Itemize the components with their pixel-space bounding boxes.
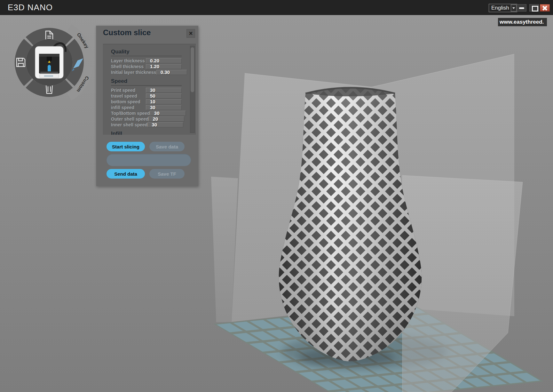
layer-thickness-field[interactable]: 0.20 <box>146 58 182 63</box>
section-header-quality: Quality <box>111 48 182 55</box>
param-row: Top/Bottom speed 30 <box>111 110 182 116</box>
maximize-button[interactable] <box>529 4 539 12</box>
save-tf-button[interactable]: Save TF <box>149 169 185 179</box>
param-row: bottom speed 10 <box>111 99 182 105</box>
language-selected-value: English <box>489 5 511 11</box>
scrollbar-thumb[interactable] <box>191 47 194 92</box>
param-label: travel speed <box>111 93 146 99</box>
top-bottom-speed-field[interactable]: 30 <box>150 111 186 116</box>
param-row: infill speed 30 <box>111 105 182 110</box>
outer-shell-speed-field[interactable]: 20 <box>148 116 184 122</box>
param-row: Inner shell speed 30 <box>111 122 182 128</box>
slice-parameters-panel: Quality Layer thickness 0.20 Shell thick… <box>103 44 196 135</box>
param-row: Layer thickness 0.20 <box>111 58 182 64</box>
param-label: bottom speed <box>111 99 146 104</box>
shell-thickness-field[interactable]: 1.20 <box>146 64 182 69</box>
dialog-title: Custom slice <box>103 28 151 37</box>
param-row: Print speed 30 <box>111 87 182 93</box>
param-label: Layer thickness <box>111 58 146 63</box>
app-window: Onekey Custom <box>0 0 553 392</box>
param-row: Initial layer thickness 0.30 <box>111 69 182 75</box>
slicing-progress-bar <box>107 154 191 166</box>
minimize-button[interactable] <box>517 4 526 12</box>
section-header-speed: Speed <box>111 78 182 84</box>
app-title: E3D NANO <box>8 3 53 12</box>
save-data-button[interactable]: Save data <box>149 142 185 151</box>
maximize-icon <box>532 6 538 12</box>
infill-speed-field[interactable]: 30 <box>146 105 182 110</box>
params-scrollbar[interactable] <box>190 46 195 133</box>
section-divider <box>111 56 182 56</box>
printer-image[interactable] <box>26 39 73 86</box>
bottom-speed-field[interactable]: 10 <box>146 99 182 104</box>
print-speed-field[interactable]: 30 <box>146 88 182 93</box>
minimize-icon <box>519 7 524 9</box>
section-divider <box>111 85 182 86</box>
param-label: Inner shell speed <box>111 122 147 127</box>
start-slicing-button[interactable]: Start slicing <box>107 142 145 151</box>
param-label: infill speed <box>111 105 146 110</box>
title-bar: E3D NANO English <box>0 0 553 15</box>
param-label: Print speed <box>111 88 146 93</box>
initial-layer-thickness-field[interactable]: 0.30 <box>156 70 187 75</box>
close-button[interactable] <box>540 4 550 12</box>
param-label: Top/Bottom speed <box>111 111 150 116</box>
param-label: Shell thickness <box>111 64 146 69</box>
param-row: Shell thickness 1.20 <box>111 64 182 69</box>
param-row: Outer shell speed 20 <box>111 116 182 122</box>
inner-shell-speed-field[interactable]: 30 <box>147 122 183 127</box>
dialog-close-button[interactable]: × <box>186 29 195 38</box>
param-row: travel speed 50 <box>111 93 182 99</box>
chevron-down-icon[interactable] <box>511 4 517 12</box>
custom-slice-dialog: Custom slice × Quality Layer thickness 0… <box>96 26 198 186</box>
travel-speed-field[interactable]: 50 <box>146 93 182 99</box>
param-label: Outer shell speed <box>111 116 148 122</box>
send-data-button[interactable]: Send data <box>107 169 145 179</box>
section-header-infill: Infill <box>111 130 182 135</box>
viewport-3d[interactable]: Onekey Custom <box>0 0 553 392</box>
language-select[interactable]: English <box>489 4 517 12</box>
watermark: www.easythreed. <box>498 18 547 26</box>
param-label: Initial layer thickness <box>111 70 156 75</box>
